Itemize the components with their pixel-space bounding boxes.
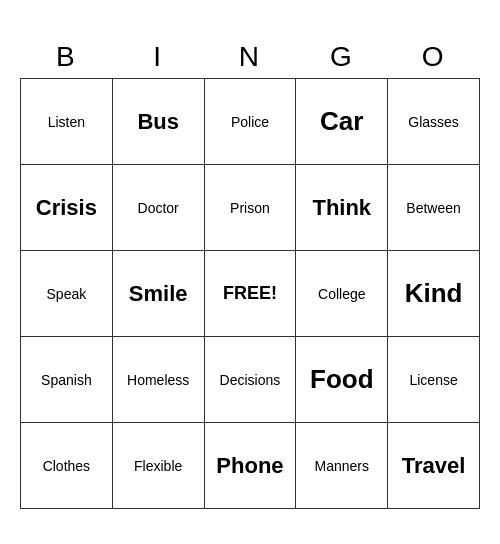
bingo-cell: Smile: [112, 251, 204, 337]
bingo-cell: Decisions: [204, 337, 296, 423]
bingo-header-letter: I: [112, 35, 204, 79]
bingo-cell: Food: [296, 337, 388, 423]
bingo-cell: FREE!: [204, 251, 296, 337]
bingo-cell: Listen: [21, 79, 113, 165]
bingo-header-letter: O: [388, 35, 480, 79]
bingo-card: BINGO ListenBusPoliceCarGlassesCrisisDoc…: [20, 35, 480, 510]
bingo-cell: License: [388, 337, 480, 423]
bingo-cell: Crisis: [21, 165, 113, 251]
bingo-cell: Car: [296, 79, 388, 165]
bingo-cell: Prison: [204, 165, 296, 251]
bingo-cell: Think: [296, 165, 388, 251]
bingo-cell: Flexible: [112, 423, 204, 509]
bingo-cell: Between: [388, 165, 480, 251]
bingo-header-letter: N: [204, 35, 296, 79]
bingo-cell: Phone: [204, 423, 296, 509]
bingo-cell: Clothes: [21, 423, 113, 509]
bingo-cell: Homeless: [112, 337, 204, 423]
bingo-cell: College: [296, 251, 388, 337]
bingo-cell: Spanish: [21, 337, 113, 423]
bingo-header-letter: B: [21, 35, 113, 79]
bingo-cell: Bus: [112, 79, 204, 165]
bingo-cell: Doctor: [112, 165, 204, 251]
bingo-cell: Travel: [388, 423, 480, 509]
bingo-cell: Kind: [388, 251, 480, 337]
bingo-cell: Speak: [21, 251, 113, 337]
bingo-cell: Police: [204, 79, 296, 165]
bingo-cell: Manners: [296, 423, 388, 509]
bingo-header-letter: G: [296, 35, 388, 79]
bingo-cell: Glasses: [388, 79, 480, 165]
